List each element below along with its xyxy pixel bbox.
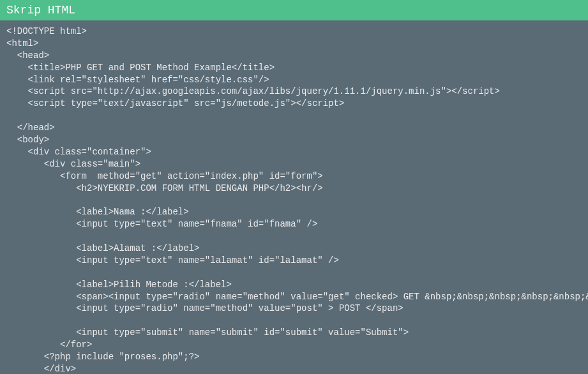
code-line: <input type="submit" name="submit" id="s… xyxy=(6,327,409,338)
code-line: <input type="text" name="fnama" id="fnam… xyxy=(6,219,317,229)
code-line: <span><input type="radio" name="method" … xyxy=(6,292,588,302)
code-line: <title>PHP GET and POST Method Example</… xyxy=(6,63,275,73)
code-line: <div class="main"> xyxy=(6,159,140,169)
header-title: Skrip HTML xyxy=(6,4,75,17)
code-line: <div class="container"> xyxy=(6,147,151,157)
code-line: <label>Alamat :</label> xyxy=(6,243,199,253)
code-line: <h2>NYEKRIP.COM FORM HTML DENGAN PHP</h2… xyxy=(6,183,323,193)
code-line: <html> xyxy=(6,38,38,49)
code-line: <body> xyxy=(6,135,49,145)
code-line: </head> xyxy=(6,123,55,133)
code-line: <script type="text/javascript" src="js/m… xyxy=(6,98,344,108)
code-line: <head> xyxy=(6,50,49,61)
code-content: <!DOCTYPE html> <html> <head> <title>PHP… xyxy=(0,20,588,374)
code-line: </div> xyxy=(6,364,76,374)
header-bar: Skrip HTML xyxy=(0,0,588,20)
code-line: <form method="get" action="index.php" id… xyxy=(6,171,323,181)
code-line: </for> xyxy=(6,340,92,350)
code-line: <!DOCTYPE html> xyxy=(6,26,87,36)
code-line: <label>Nama :</label> xyxy=(6,207,189,217)
code-line: <link rel="stylesheet" href="css/style.c… xyxy=(6,75,269,85)
code-line: <input type="radio" name="method" value=… xyxy=(6,303,403,313)
code-line: <?php include "proses.php";?> xyxy=(6,352,199,362)
code-line: <script src="http://ajax.googleapis.com/… xyxy=(6,86,500,96)
code-line: <label>Pilih Metode :</label> xyxy=(6,280,232,290)
code-line: <input type="text" name="lalamat" id="la… xyxy=(6,255,339,266)
